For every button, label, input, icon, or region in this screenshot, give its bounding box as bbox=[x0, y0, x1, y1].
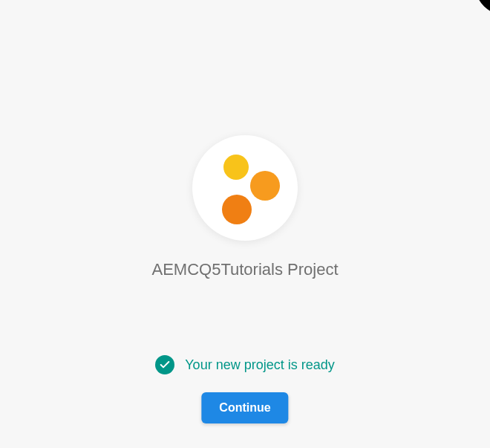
main-content: AEMCQ5Tutorials Project bbox=[0, 0, 490, 279]
continue-button[interactable]: Continue bbox=[201, 392, 288, 423]
logo-dot-yellow bbox=[223, 155, 249, 180]
check-icon bbox=[155, 355, 174, 374]
status-row: Your new project is ready bbox=[0, 355, 490, 374]
project-title: AEMCQ5Tutorials Project bbox=[151, 260, 338, 279]
logo-dot-light-orange bbox=[250, 171, 280, 201]
logo-dot-orange bbox=[222, 195, 252, 224]
status-message: Your new project is ready bbox=[185, 357, 334, 373]
project-logo bbox=[192, 135, 298, 241]
